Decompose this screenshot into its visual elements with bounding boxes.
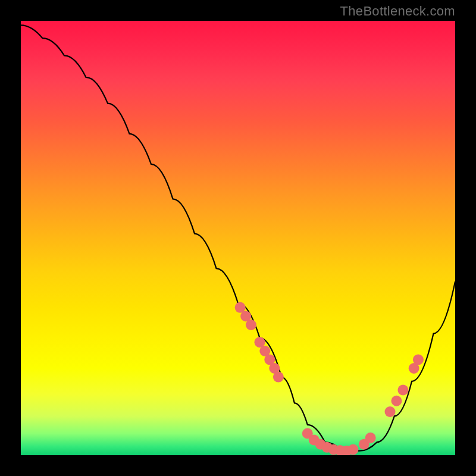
highlight-point xyxy=(347,444,358,455)
highlight-point xyxy=(273,372,284,383)
highlight-point xyxy=(246,320,256,330)
chart-container: TheBottleneck.com xyxy=(0,0,476,476)
plot-area xyxy=(21,21,455,455)
highlight-points xyxy=(235,302,424,455)
highlight-point xyxy=(413,354,424,365)
highlight-point xyxy=(365,433,376,443)
data-curve xyxy=(21,25,455,450)
highlight-point xyxy=(391,396,402,406)
chart-svg xyxy=(21,21,455,455)
highlight-point xyxy=(397,385,408,396)
highlight-point xyxy=(385,406,396,417)
watermark-text: TheBottleneck.com xyxy=(340,4,455,19)
